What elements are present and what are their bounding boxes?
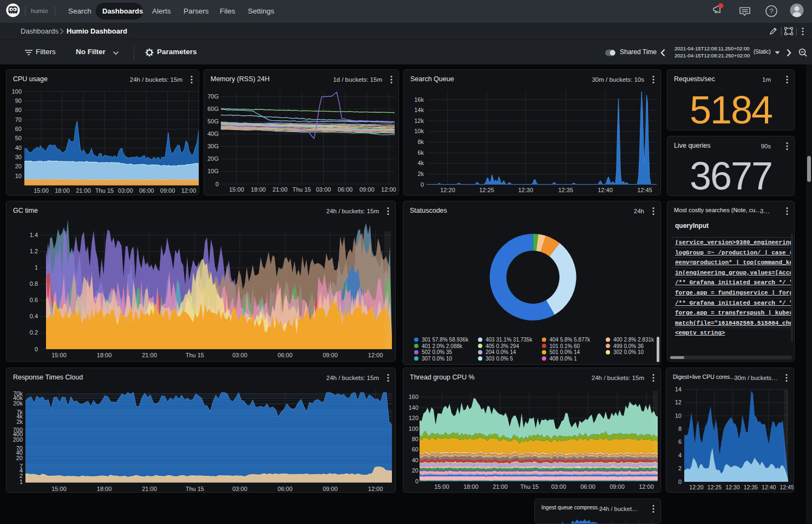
svg-text:15:00: 15:00 xyxy=(229,186,244,193)
svg-text:70: 70 xyxy=(15,116,22,123)
svg-text:14: 14 xyxy=(675,386,682,392)
svg-text:03:00: 03:00 xyxy=(551,483,566,490)
svg-text:Thu 15: Thu 15 xyxy=(186,352,204,358)
svg-text:499 0.0% 36: 499 0.0% 36 xyxy=(613,343,644,349)
svg-text:09:00: 09:00 xyxy=(323,352,338,358)
svg-text:16k: 16k xyxy=(414,96,424,103)
svg-text:100: 100 xyxy=(12,88,22,95)
svg-text:Thu 15: Thu 15 xyxy=(520,483,539,490)
svg-text:40: 40 xyxy=(412,457,418,463)
svg-text:12:00: 12:00 xyxy=(181,187,197,194)
svg-text:160: 160 xyxy=(409,394,418,400)
svg-text:401 2.0% 2.088k: 401 2.0% 2.088k xyxy=(422,343,463,349)
svg-text:0.4: 0.4 xyxy=(30,313,38,319)
svg-text:1.2: 1.2 xyxy=(30,248,38,254)
svg-text:6k: 6k xyxy=(417,149,424,156)
svg-text:18:00: 18:00 xyxy=(251,186,266,193)
svg-text:18:00: 18:00 xyxy=(463,483,479,490)
svg-text:30: 30 xyxy=(15,154,22,160)
svg-text:1: 1 xyxy=(35,264,38,271)
svg-text:09:00: 09:00 xyxy=(160,187,175,194)
svg-text:200: 200 xyxy=(13,436,23,443)
svg-text:09:00: 09:00 xyxy=(323,486,338,492)
svg-text:21:00: 21:00 xyxy=(493,483,508,490)
svg-text:10: 10 xyxy=(675,412,682,419)
svg-text:307 0.0% 10: 307 0.0% 10 xyxy=(422,356,453,362)
svg-text:12:45: 12:45 xyxy=(780,484,794,490)
svg-text:0: 0 xyxy=(415,478,418,484)
svg-text:405 0.3% 294: 405 0.3% 294 xyxy=(486,343,519,349)
svg-text:06:00: 06:00 xyxy=(338,186,353,193)
svg-text:101 0.1% 60: 101 0.1% 60 xyxy=(549,343,580,349)
svg-text:12:20: 12:20 xyxy=(689,484,703,490)
svg-text:2k: 2k xyxy=(417,171,424,177)
svg-text:20: 20 xyxy=(15,163,22,169)
svg-text:15:00: 15:00 xyxy=(51,486,67,492)
svg-text:14k: 14k xyxy=(414,107,424,113)
svg-text:12:40: 12:40 xyxy=(762,484,776,490)
svg-text:Thu 15: Thu 15 xyxy=(95,187,114,194)
svg-text:21:00: 21:00 xyxy=(272,186,287,193)
svg-text:40: 40 xyxy=(15,145,22,151)
svg-text:501 0.0% 14: 501 0.0% 14 xyxy=(549,349,580,355)
svg-text:12:25: 12:25 xyxy=(479,187,494,193)
svg-text:303 0.0% 5: 303 0.0% 5 xyxy=(486,356,513,362)
svg-text:2: 2 xyxy=(678,465,682,471)
svg-text:Thu 15: Thu 15 xyxy=(186,486,204,492)
svg-text:12:45: 12:45 xyxy=(637,187,652,193)
svg-text:06:00: 06:00 xyxy=(278,352,293,358)
svg-text:4: 4 xyxy=(678,452,682,458)
svg-text:80: 80 xyxy=(412,436,418,442)
svg-text:03:00: 03:00 xyxy=(316,186,331,193)
svg-text:0: 0 xyxy=(421,181,424,188)
svg-text:15:00: 15:00 xyxy=(34,187,49,194)
svg-text:12:35: 12:35 xyxy=(744,484,758,490)
svg-text:0.6: 0.6 xyxy=(30,297,38,303)
svg-text:21:00: 21:00 xyxy=(142,352,157,358)
svg-text:12:00: 12:00 xyxy=(639,483,654,490)
svg-text:403 31.1% 31.735k: 403 31.1% 31.735k xyxy=(486,337,533,343)
svg-text:8: 8 xyxy=(678,425,682,432)
svg-text:60: 60 xyxy=(412,446,418,453)
svg-text:502 0.0% 35: 502 0.0% 35 xyxy=(422,349,453,355)
svg-text:12:30: 12:30 xyxy=(518,187,533,193)
svg-text:0.8: 0.8 xyxy=(30,280,38,287)
svg-text:12:35: 12:35 xyxy=(558,187,573,193)
svg-text:120: 120 xyxy=(409,415,418,421)
svg-text:0: 0 xyxy=(678,479,682,485)
svg-text:80: 80 xyxy=(15,107,22,113)
svg-text:10G: 10G xyxy=(207,168,219,174)
svg-text:12:40: 12:40 xyxy=(598,187,613,193)
svg-text:21:00: 21:00 xyxy=(142,486,157,492)
svg-text:1: 1 xyxy=(19,479,23,485)
svg-text:?: ? xyxy=(769,7,774,15)
svg-text:60: 60 xyxy=(15,126,22,132)
svg-text:12:30: 12:30 xyxy=(725,484,739,490)
svg-text:8k: 8k xyxy=(417,139,424,145)
svg-text:50G: 50G xyxy=(207,118,219,125)
svg-text:100: 100 xyxy=(409,425,418,432)
svg-text:18:00: 18:00 xyxy=(97,352,112,358)
svg-text:21:00: 21:00 xyxy=(76,187,91,194)
svg-text:408 0.0% 1: 408 0.0% 1 xyxy=(549,356,577,362)
svg-text:70G: 70G xyxy=(207,93,219,100)
svg-text:09:00: 09:00 xyxy=(359,186,375,193)
svg-text:12:00: 12:00 xyxy=(368,352,383,358)
svg-text:06:00: 06:00 xyxy=(139,187,154,194)
svg-text:40G: 40G xyxy=(207,130,219,137)
svg-text:302 0.0% 10: 302 0.0% 10 xyxy=(613,349,644,355)
svg-text:6: 6 xyxy=(678,438,682,445)
svg-text:204 0.0% 14: 204 0.0% 14 xyxy=(486,349,516,355)
svg-text:90: 90 xyxy=(15,97,22,104)
svg-text:09:00: 09:00 xyxy=(610,483,625,490)
svg-text:10k: 10k xyxy=(414,128,424,134)
svg-text:03:00: 03:00 xyxy=(118,187,133,194)
svg-text:10: 10 xyxy=(15,173,22,179)
svg-text:0: 0 xyxy=(35,346,38,352)
svg-text:140: 140 xyxy=(409,404,418,411)
svg-text:06:00: 06:00 xyxy=(580,483,595,490)
svg-text:18:00: 18:00 xyxy=(97,486,112,492)
svg-text:50: 50 xyxy=(15,135,22,141)
svg-text:0.2: 0.2 xyxy=(30,329,38,336)
svg-text:20k: 20k xyxy=(13,400,23,407)
